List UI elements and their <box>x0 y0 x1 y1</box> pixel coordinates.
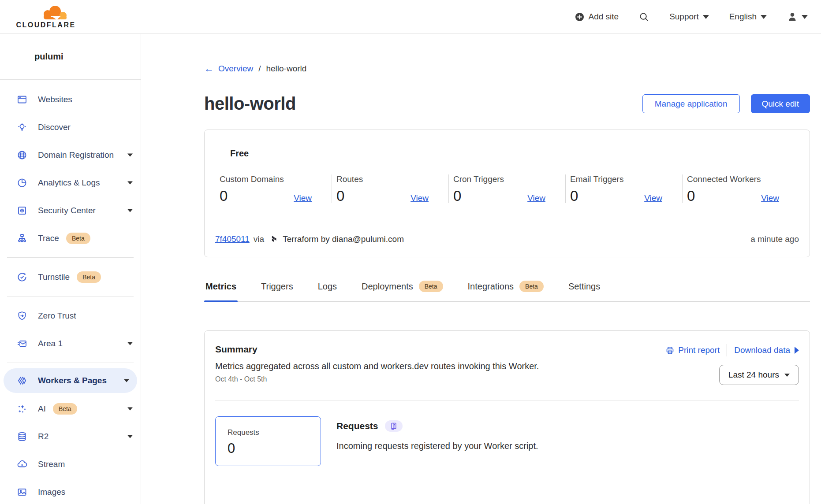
view-link[interactable]: View <box>294 193 312 203</box>
sidebar-item-trace[interactable]: Trace Beta <box>0 224 141 252</box>
chevron-down-icon <box>127 209 133 212</box>
pie-chart-icon <box>17 178 27 188</box>
language-label: English <box>729 12 757 22</box>
shield-arrow-icon <box>17 311 27 321</box>
sidebar-item-label: Stream <box>38 460 65 469</box>
sidebar-item-ai[interactable]: AI Beta <box>0 395 141 422</box>
sidebar-item-stream[interactable]: Stream <box>0 450 141 478</box>
stat-routes: Routes 0 View <box>332 174 449 203</box>
tab-label: Settings <box>568 282 600 292</box>
sidebar-item-label: Discover <box>38 122 71 132</box>
manage-application-button[interactable]: Manage application <box>642 94 740 113</box>
tab-label: Logs <box>318 282 337 292</box>
sidebar-item-security-center[interactable]: Security Center <box>0 196 141 224</box>
printer-icon <box>665 346 675 355</box>
chevron-down-icon <box>802 15 808 19</box>
page-title: hello-world <box>204 94 296 114</box>
stats-row: Custom Domains 0 View Routes 0 View Cron… <box>215 159 799 221</box>
cloudflare-cloud-icon <box>38 5 68 21</box>
stat-value: 0 <box>220 189 228 203</box>
sidebar-item-label: Zero Trust <box>38 311 76 321</box>
sidebar-item-websites[interactable]: Websites <box>0 85 141 113</box>
add-site-label: Add site <box>588 12 619 22</box>
deployment-source: Terraform by diana@pulumi.com <box>283 234 404 244</box>
time-range-select[interactable]: Last 24 hours <box>719 365 799 385</box>
tab-metrics[interactable]: Metrics <box>204 281 238 301</box>
print-report-link[interactable]: Print report <box>665 345 720 355</box>
globe-icon <box>17 150 27 160</box>
beta-badge: Beta <box>53 403 77 415</box>
stat-label: Connected Workers <box>687 174 779 184</box>
account-name[interactable]: pulumi <box>0 34 141 80</box>
tab-integrations[interactable]: Integrations Beta <box>466 281 545 301</box>
chevron-down-icon <box>127 407 133 410</box>
email-icon <box>17 338 27 349</box>
stat-label: Routes <box>336 174 429 184</box>
tab-triggers[interactable]: Triggers <box>260 281 295 301</box>
sidebar-item-label: AI <box>38 404 46 414</box>
sidebar-item-analytics-logs[interactable]: Analytics & Logs <box>0 169 141 196</box>
sidebar-item-turnstile[interactable]: Turnstile Beta <box>0 263 141 291</box>
view-link[interactable]: View <box>410 193 429 203</box>
summary-divider <box>215 400 799 400</box>
tab-label: Integrations <box>468 282 514 292</box>
tab-settings[interactable]: Settings <box>567 281 601 301</box>
deployment-version-link[interactable]: 7f405011 <box>215 234 250 244</box>
language-menu[interactable]: English <box>729 12 767 22</box>
sidebar-item-discover[interactable]: Discover <box>0 113 141 141</box>
sidebar-item-label: R2 <box>38 432 49 441</box>
sidebar-item-r2[interactable]: R2 <box>0 422 141 450</box>
sidebar-divider <box>7 257 134 258</box>
beta-badge: Beta <box>519 281 544 292</box>
plan-card: Free Custom Domains 0 View Routes 0 View… <box>204 130 810 257</box>
download-data-link[interactable]: Download data <box>734 345 799 355</box>
stat-value: 0 <box>687 189 695 203</box>
actions-divider <box>727 344 727 356</box>
chevron-down-icon <box>127 342 133 345</box>
breadcrumb-current: hello-world <box>266 64 306 74</box>
beta-badge: Beta <box>66 233 90 244</box>
back-arrow-icon[interactable]: ← <box>204 64 214 74</box>
view-link[interactable]: View <box>761 193 779 203</box>
sidebar-item-zero-trust[interactable]: Zero Trust <box>0 302 141 330</box>
sidebar-item-images[interactable]: Images <box>0 478 141 504</box>
tab-label: Deployments <box>362 282 413 292</box>
sidebar-item-label: Area 1 <box>38 339 63 348</box>
deployment-row: 7f405011 via Terraform by diana@pulumi.c… <box>205 221 810 257</box>
tab-logs[interactable]: Logs <box>317 281 338 301</box>
chevron-down-icon <box>784 374 790 377</box>
images-icon <box>17 487 27 497</box>
tab-label: Metrics <box>205 282 236 292</box>
stat-value: 0 <box>570 189 578 203</box>
chevron-down-icon <box>124 379 129 382</box>
view-link[interactable]: View <box>527 193 545 203</box>
deployment-time: a minute ago <box>750 234 799 244</box>
tab-deployments[interactable]: Deployments Beta <box>360 281 444 301</box>
requests-card-value: 0 <box>228 441 312 456</box>
download-data-label: Download data <box>734 345 790 355</box>
user-icon <box>787 11 798 22</box>
docs-badge[interactable] <box>385 420 403 432</box>
database-icon <box>17 431 27 442</box>
account-menu[interactable] <box>787 11 808 22</box>
sidebar-item-area-1[interactable]: Area 1 <box>0 330 141 357</box>
view-link[interactable]: View <box>644 193 662 203</box>
requests-metric-card[interactable]: Requests 0 <box>215 416 321 466</box>
time-range-value: Last 24 hours <box>728 370 779 380</box>
summary-card: Summary Metrics aggregated across all cu… <box>204 330 810 504</box>
sidebar-item-workers-pages[interactable]: Workers & Pages <box>4 368 137 393</box>
support-menu[interactable]: Support <box>669 12 709 22</box>
sidebar-item-label: Workers & Pages <box>38 376 107 385</box>
workers-icon <box>17 375 27 386</box>
chevron-down-icon <box>761 15 767 19</box>
plan-name: Free <box>205 130 810 159</box>
quick-edit-button[interactable]: Quick edit <box>751 94 810 113</box>
cloudflare-logo[interactable]: CLOUDFLARE <box>12 5 79 29</box>
sidebar-item-domain-registration[interactable]: Domain Registration <box>0 141 141 169</box>
chevron-down-icon <box>127 435 133 438</box>
sidebar-item-label: Images <box>38 487 65 497</box>
trace-icon <box>17 233 27 244</box>
breadcrumb-overview-link[interactable]: Overview <box>218 64 253 74</box>
add-site-button[interactable]: Add site <box>575 12 619 22</box>
search-button[interactable] <box>639 12 649 22</box>
